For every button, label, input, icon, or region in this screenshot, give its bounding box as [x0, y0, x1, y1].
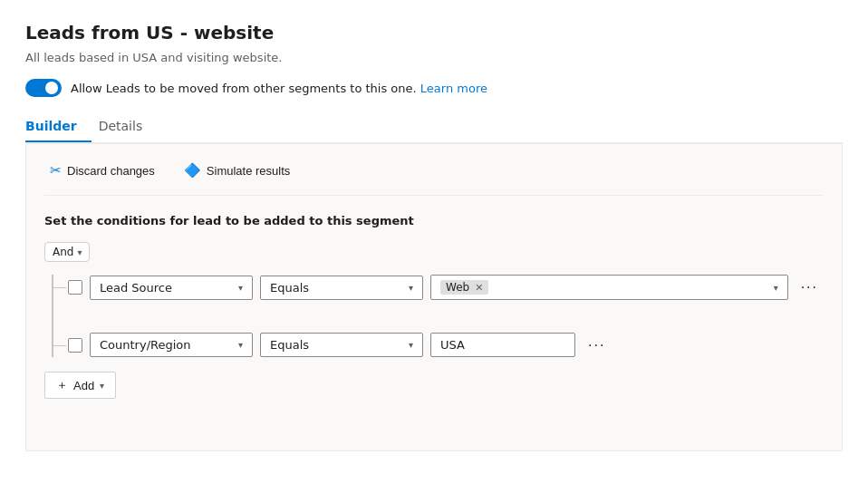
lead-source-attribute-dropdown[interactable]: Lead Source ▾	[90, 276, 253, 300]
page-description: All leads based in USA and visiting webs…	[25, 51, 843, 64]
row-separator	[68, 311, 824, 322]
attribute-chevron-icon: ▾	[238, 283, 243, 293]
row1-checkbox[interactable]	[68, 280, 82, 295]
simulate-icon: 🔷	[184, 162, 201, 179]
discard-icon: ✂	[50, 162, 62, 179]
lead-source-operator-dropdown[interactable]: Equals ▾	[260, 276, 423, 300]
lead-source-value-dropdown[interactable]: Web ✕ ▾	[430, 275, 788, 300]
toggle-row: Allow Leads to be moved from other segme…	[25, 79, 843, 97]
toggle-label: Allow Leads to be moved from other segme…	[71, 82, 487, 95]
page-title: Leads from US - website	[25, 22, 843, 44]
web-tag-close-icon[interactable]: ✕	[475, 282, 483, 294]
allow-leads-toggle[interactable]	[25, 79, 62, 97]
table-row: Lead Source ▾ Equals ▾ Web ✕ ▾ ···	[68, 275, 824, 300]
add-icon: ＋	[56, 377, 68, 393]
builder-area: ✂ Discard changes 🔷 Simulate results Set…	[25, 143, 843, 451]
add-condition-button[interactable]: ＋ Add ▾	[44, 372, 116, 399]
table-row: Country/Region ▾ Equals ▾ USA ···	[68, 333, 824, 357]
tabs-bar: Builder Details	[25, 111, 843, 143]
operator-chevron-icon: ▾	[409, 340, 413, 350]
operator-chevron-icon: ▾	[409, 283, 413, 293]
row-connector	[52, 287, 66, 288]
conditions-label: Set the conditions for lead to be added …	[44, 214, 824, 227]
web-value-tag: Web ✕	[440, 280, 488, 295]
value-chevron-icon: ▾	[774, 283, 778, 293]
country-region-attribute-dropdown[interactable]: Country/Region ▾	[90, 333, 253, 357]
country-region-value-field[interactable]: USA	[430, 333, 575, 357]
condition-group: Lead Source ▾ Equals ▾ Web ✕ ▾ ···	[52, 275, 824, 357]
attribute-chevron-icon: ▾	[238, 340, 243, 350]
and-chevron-icon: ▾	[77, 247, 82, 257]
toolbar: ✂ Discard changes 🔷 Simulate results	[44, 159, 824, 196]
country-region-operator-dropdown[interactable]: Equals ▾	[260, 333, 423, 357]
simulate-results-button[interactable]: 🔷 Simulate results	[178, 159, 295, 182]
row1-more-button[interactable]: ···	[796, 277, 824, 297]
tab-builder[interactable]: Builder	[25, 111, 92, 142]
learn-more-link[interactable]: Learn more	[420, 82, 487, 95]
add-chevron-icon: ▾	[100, 381, 104, 391]
tab-details[interactable]: Details	[99, 111, 158, 142]
discard-changes-button[interactable]: ✂ Discard changes	[44, 159, 160, 182]
row2-more-button[interactable]: ···	[583, 335, 611, 355]
row2-checkbox[interactable]	[68, 338, 82, 353]
row-connector	[52, 345, 66, 346]
and-operator-badge[interactable]: And ▾	[44, 242, 90, 262]
